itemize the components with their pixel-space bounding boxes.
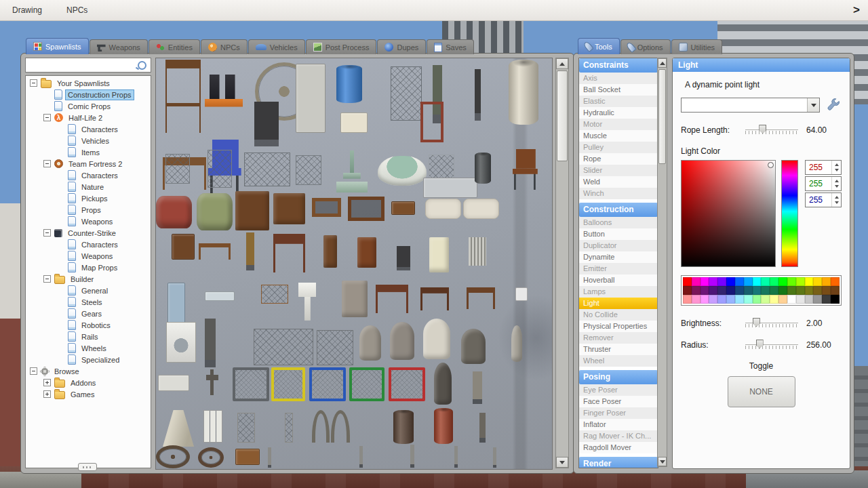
prop-cage-yellow[interactable] — [271, 367, 305, 401]
prop-gate-fence[interactable] — [254, 329, 313, 365]
tree-resize-grip[interactable] — [78, 463, 97, 471]
tree-item-team-fortress-2[interactable]: Team Fortress 2 — [26, 158, 151, 169]
rope-length-slider[interactable] — [745, 125, 798, 136]
scroll-thumb[interactable] — [658, 69, 666, 164]
prop-cabinet[interactable] — [357, 237, 376, 268]
prop-crate-tray[interactable] — [312, 198, 341, 217]
prop-dresser[interactable] — [273, 193, 305, 224]
expand-icon[interactable] — [43, 390, 51, 398]
search-input[interactable] — [26, 60, 138, 70]
spinner-arrows[interactable] — [831, 193, 841, 207]
tool-eye-poser[interactable]: Eye Poser — [579, 384, 658, 396]
prop-glass-door[interactable] — [167, 283, 185, 323]
spawnmenu-tab-saves[interactable]: Saves — [427, 39, 474, 54]
radius-slider[interactable] — [745, 340, 798, 350]
tree-item-browse[interactable]: Browse — [26, 365, 151, 377]
collapse-icon[interactable] — [30, 79, 37, 87]
tree-item-vehicles[interactable]: Vehicles — [26, 135, 151, 146]
tree-item-characters[interactable]: Characters — [26, 239, 151, 250]
prop-cage-blue[interactable] — [309, 367, 346, 401]
prop-armoire[interactable] — [235, 191, 269, 230]
prop-scaffold-2[interactable] — [285, 413, 293, 443]
color-saturation-square[interactable] — [681, 160, 776, 267]
toggle-key-button[interactable]: NONE — [728, 376, 795, 407]
palette-swatch-2-10[interactable] — [770, 295, 778, 304]
tool-remover[interactable]: Remover — [579, 332, 658, 344]
tool-button[interactable]: Button — [579, 228, 658, 240]
prop-radiator[interactable] — [469, 237, 486, 266]
palette-swatch-1-8[interactable] — [753, 286, 762, 295]
prop-blue-barrel[interactable] — [336, 65, 362, 103]
tree-item-characters[interactable]: Characters — [26, 169, 151, 181]
palette-swatch-0-8[interactable] — [753, 277, 762, 286]
prop-fountain[interactable] — [336, 150, 368, 192]
prop-water-heater[interactable] — [509, 60, 538, 125]
scroll-down-button[interactable] — [658, 457, 667, 466]
arrow-down-icon[interactable] — [835, 185, 839, 188]
palette-swatch-1-9[interactable] — [761, 286, 770, 295]
tree-item-props[interactable]: Props — [26, 204, 151, 216]
tool-physical-properties[interactable]: Physical Properties — [579, 321, 658, 332]
prop-pole-5[interactable] — [493, 447, 496, 468]
hue-bar[interactable] — [781, 160, 798, 267]
palette-swatch-2-16[interactable] — [822, 295, 831, 304]
arrow-down-icon[interactable] — [835, 201, 839, 204]
prop-lamp-column[interactable] — [254, 102, 279, 146]
collapse-icon[interactable] — [30, 367, 37, 375]
palette-swatch-0-4[interactable] — [717, 277, 726, 286]
tree-item-nature[interactable]: Nature — [26, 181, 151, 192]
prop-bathtub[interactable] — [378, 156, 427, 186]
palette-swatch-1-15[interactable] — [813, 286, 822, 295]
prop-glass-pane[interactable] — [205, 291, 235, 301]
prop-faucet-1[interactable] — [312, 410, 330, 443]
prop-green-couch[interactable] — [197, 193, 233, 230]
arrow-up-icon[interactable] — [835, 196, 839, 199]
tool-hoverball[interactable]: Hoverball — [579, 274, 658, 286]
prop-tall-cabinet[interactable] — [323, 235, 337, 268]
palette-swatch-1-1[interactable] — [692, 286, 701, 295]
tree-item-counter-strike[interactable]: Counter-Strike — [26, 227, 151, 239]
prop-crate-tray-2[interactable] — [348, 197, 384, 221]
palette-swatch-1-14[interactable] — [805, 286, 814, 295]
tool-weld[interactable]: Weld — [579, 176, 658, 188]
palette-swatch-1-16[interactable] — [822, 286, 831, 295]
prop-lockers[interactable] — [203, 410, 222, 443]
tool-pulley[interactable]: Pulley — [579, 142, 658, 153]
collapse-icon[interactable] — [43, 275, 51, 283]
tree-item-weapons[interactable]: Weapons — [26, 250, 151, 262]
prop-counter-shelf[interactable] — [340, 113, 368, 133]
palette-swatch-1-7[interactable] — [744, 286, 753, 295]
prop-grave-marker[interactable] — [511, 325, 522, 362]
spawnmenu-tab-entities[interactable]: Entities — [149, 39, 200, 54]
prop-gate-wide[interactable] — [244, 152, 290, 186]
prop-door-frame[interactable] — [420, 102, 443, 142]
tree-item-items[interactable]: Items — [26, 146, 151, 158]
tool-list-scrollbar[interactable] — [657, 58, 667, 467]
tool-muscle[interactable]: Muscle — [579, 130, 658, 142]
tree-item-addons[interactable]: Addons — [26, 377, 151, 388]
scroll-down-button[interactable] — [556, 457, 568, 468]
palette-swatch-0-15[interactable] — [813, 277, 822, 286]
arrow-up-icon[interactable] — [835, 163, 839, 166]
prop-desk[interactable] — [273, 234, 305, 272]
prop-gravestone-2[interactable] — [390, 322, 414, 360]
prop-coat-rack[interactable] — [261, 285, 288, 304]
prop-trash-can[interactable] — [475, 152, 491, 184]
palette-swatch-2-11[interactable] — [778, 295, 787, 304]
prop-barrier[interactable] — [423, 178, 477, 198]
palette-swatch-1-12[interactable] — [787, 286, 796, 295]
palette-swatch-0-10[interactable] — [770, 277, 778, 286]
palette-swatch-0-17[interactable] — [831, 277, 840, 286]
prop-bar-stool[interactable] — [165, 60, 201, 133]
prop-metal-door[interactable] — [296, 64, 326, 133]
collapse-icon[interactable] — [43, 229, 51, 237]
tree-item-steels[interactable]: Steels — [26, 296, 151, 308]
palette-swatch-2-3[interactable] — [709, 295, 717, 304]
wrench-icon[interactable] — [827, 98, 842, 113]
blue-spinner[interactable]: 255 — [805, 192, 842, 207]
spawnmenu-tab-dupes[interactable]: Dupes — [377, 39, 426, 54]
red-spinner[interactable]: 255 — [805, 160, 842, 175]
prop-pole-2[interactable] — [359, 446, 363, 468]
palette-swatch-2-12[interactable] — [787, 295, 796, 304]
palette-swatch-1-0[interactable] — [683, 286, 692, 295]
